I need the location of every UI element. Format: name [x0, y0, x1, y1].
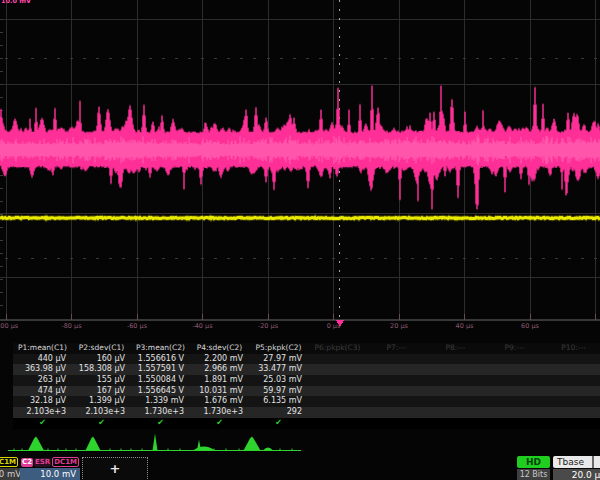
- oscilloscope-screen: 10.0 mV/div -100 µs-80 µs-60 µs-40 µs-20…: [0, 0, 600, 480]
- measure-histicon: [263, 448, 273, 451]
- tbase-value: 20.0 µs: [553, 469, 600, 480]
- measure-histicon: [86, 437, 101, 451]
- add-trace-button[interactable]: +: [82, 457, 148, 480]
- measure-histicon: [244, 437, 261, 451]
- hd-mode-box[interactable]: HD 12 Bits: [517, 456, 550, 480]
- c1-vdiv-value: 10.0 mV: [0, 468, 21, 480]
- timebase-descriptor[interactable]: Tbase 20.0 µs: [553, 456, 600, 480]
- channel-descriptor-c1[interactable]: C1 DC1M 10.0 mV: [0, 455, 19, 480]
- measure-histicon: [28, 437, 44, 451]
- c1-coupling-badge: DC1M: [0, 457, 18, 467]
- c2-eres-badge: ESR: [34, 458, 51, 467]
- hd-label: HD: [517, 456, 550, 468]
- c2-vdiv-value: 10.0 mV: [20, 468, 80, 480]
- c2-coupling-badge: DC1M: [52, 457, 79, 467]
- measure-histicon: [153, 434, 158, 451]
- plus-icon: +: [110, 461, 121, 476]
- c2-label: C2: [21, 458, 33, 467]
- measure-histicon: [193, 447, 215, 451]
- measure-histicons: [0, 0, 600, 480]
- hd-bits-label: 12 Bits: [517, 469, 550, 480]
- channel-descriptor-c2[interactable]: C2 ESR DC1M 10.0 mV: [20, 455, 80, 480]
- tbase-header-divider: [592, 456, 594, 468]
